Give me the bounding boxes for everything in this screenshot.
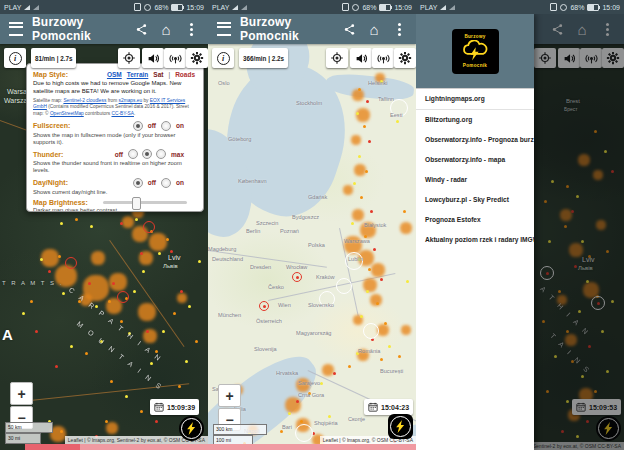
timeline-bar[interactable] — [25, 444, 416, 450]
menu-item[interactable]: Lowcyburz.pl - Sky Predict — [416, 190, 534, 210]
lightning-strike-dot — [140, 252, 143, 255]
daynight-on-radio[interactable] — [161, 178, 171, 188]
fullscreen-desc: Shows the map in fullscreen mode (only i… — [33, 132, 197, 146]
overflow-button[interactable] — [391, 21, 407, 37]
menu-button[interactable] — [9, 22, 23, 36]
antenna-icon — [377, 52, 390, 65]
menu-item[interactable]: Windy - radar — [416, 170, 534, 190]
slider-thumb[interactable] — [132, 197, 141, 210]
storm-cell-blob — [356, 108, 370, 122]
clock: 15:09 — [394, 4, 412, 11]
lightning-strike-dot — [158, 252, 161, 255]
locate-button[interactable] — [326, 48, 348, 68]
map-label: România — [358, 348, 380, 354]
sound-button[interactable] — [142, 48, 164, 68]
map-label: Warszawa — [344, 238, 370, 244]
menu-item[interactable]: Aktualny poziom rzek i radary IMGW — [416, 230, 534, 250]
lightning-strike-dot — [380, 358, 383, 361]
settings-button[interactable] — [186, 48, 208, 68]
map-label: Berlin — [246, 228, 260, 234]
daynight-off-radio[interactable] — [133, 178, 143, 188]
detectors-button[interactable] — [372, 48, 394, 68]
lightning-strike-dot — [296, 400, 299, 403]
share-button[interactable] — [133, 21, 149, 37]
map-label: T R A M T S . — [2, 280, 63, 286]
credit-link[interactable]: Sentinel-2 cloudless — [63, 98, 106, 103]
status-bar: PLAY 68% 15:09 — [416, 0, 624, 14]
map-label: Česko — [268, 284, 284, 290]
lightning-strike-dot — [328, 415, 331, 418]
overflow-button[interactable] — [183, 21, 199, 37]
home-button[interactable]: ⌂ — [366, 21, 382, 37]
thunder-radio-mid[interactable] — [142, 149, 152, 159]
zoom-in-button[interactable]: + — [218, 384, 241, 407]
lightning-strike-dot — [388, 345, 391, 348]
lightning-mode-button[interactable] — [179, 416, 204, 441]
storm-cell-blob — [343, 185, 353, 195]
lightning-strike-dot — [155, 420, 158, 423]
fullscreen-on-radio[interactable] — [161, 121, 171, 131]
map-style-option[interactable]: Sat — [153, 71, 163, 78]
map-style-option[interactable]: Roads — [175, 71, 195, 78]
credit-link[interactable]: CC-BY-SA — [111, 111, 133, 116]
info-button[interactable]: i — [4, 48, 26, 68]
settings-button[interactable] — [394, 48, 416, 68]
storm-cell-blob — [351, 135, 361, 145]
lightning-strike-dot — [358, 88, 361, 91]
credit-link[interactable]: OpenStreetMap — [50, 111, 84, 116]
lightning-strike-dot — [280, 430, 283, 433]
signal-icon — [232, 5, 238, 10]
speaker-icon — [355, 52, 368, 65]
home-button[interactable]: ⌂ — [158, 21, 174, 37]
timestamp-button[interactable]: 15:09:39 — [150, 399, 199, 415]
credit-link[interactable]: s2maps.eu — [119, 98, 142, 103]
map-style-option[interactable]: OSM — [107, 71, 122, 78]
menu-item[interactable]: Obserwatorzy.info - Prognoza burz — [416, 130, 534, 150]
menu-button[interactable] — [217, 22, 231, 36]
credit-text: from — [106, 98, 118, 103]
menu-item[interactable]: Prognoza Estofex — [416, 210, 534, 230]
map-label: Göteborg — [228, 136, 251, 142]
lightning-strike-dot — [88, 282, 91, 285]
sound-front-ring — [363, 323, 379, 339]
carrier-label: PLAY — [420, 4, 437, 11]
data-saver-icon — [352, 4, 359, 11]
lightning-strike-dot — [173, 312, 176, 315]
zoom-in-button[interactable]: + — [10, 382, 33, 405]
app-toolbar: Burzowy Pomocnik ⌂ — [208, 14, 416, 44]
map-label: München — [218, 312, 241, 318]
storm-cell-blob — [400, 222, 412, 234]
sound-button[interactable] — [350, 48, 372, 68]
navigation-drawer: Burzowy Pomocnik Lightningmaps.orgBlitzo… — [416, 14, 534, 450]
credit-text: by — [142, 98, 150, 103]
wifi-icon — [241, 5, 247, 10]
lightning-strike-dot — [363, 125, 366, 128]
map-style-option[interactable]: Terrain — [127, 71, 149, 78]
map-style-label: Map Style: — [33, 71, 68, 78]
menu-item[interactable]: Blitzortung.org — [416, 110, 534, 130]
alert-ring — [143, 221, 155, 233]
storm-cell-blob — [177, 293, 187, 303]
map-credits: Satellite map: Sentinel-2 cloudless from… — [33, 98, 197, 118]
thunder-radio-off[interactable] — [128, 149, 138, 159]
credit-text: . — [134, 111, 135, 116]
lightning-mode-button[interactable] — [388, 414, 413, 439]
lightning-strike-dot — [146, 330, 149, 333]
timestamp-button[interactable]: 15:04:23 — [364, 399, 413, 415]
crosshair-icon — [330, 51, 344, 65]
map-label: Львів — [163, 263, 178, 269]
fullscreen-off-label: off — [148, 122, 156, 129]
detectors-button[interactable] — [164, 48, 186, 68]
share-button[interactable] — [341, 21, 357, 37]
locate-button[interactable] — [118, 48, 140, 68]
brightness-slider[interactable] — [103, 201, 187, 204]
lightning-strike-dot — [406, 280, 409, 283]
thunder-max-label: max — [171, 151, 184, 158]
menu-item[interactable]: Lightningmaps.org — [416, 89, 534, 110]
app-logo: Burzowy Pomocnik — [452, 29, 499, 74]
thunder-radio-max[interactable] — [156, 149, 166, 159]
info-button[interactable]: i — [212, 48, 234, 68]
drawer-scrim[interactable] — [534, 14, 624, 450]
menu-item[interactable]: Obserwatorzy.info - mapa — [416, 150, 534, 170]
fullscreen-off-radio[interactable] — [133, 121, 143, 131]
